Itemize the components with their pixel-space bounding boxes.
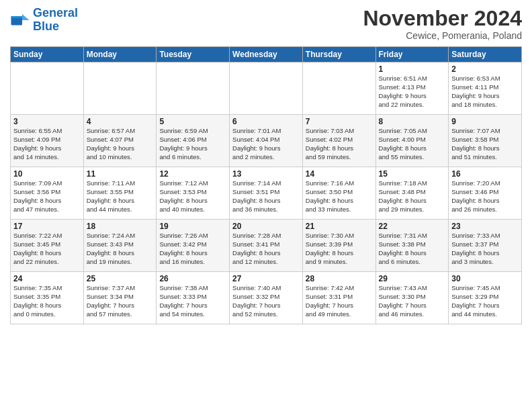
- day-number: 24: [13, 274, 81, 283]
- table-row: 22Sunrise: 7:31 AMSunset: 3:38 PMDayligh…: [375, 220, 449, 272]
- table-row: [157, 62, 230, 115]
- day-info: Sunrise: 7:12 AMSunset: 3:53 PMDaylight:…: [159, 179, 226, 214]
- day-info: Sunrise: 6:57 AMSunset: 4:07 PMDaylight:…: [87, 127, 154, 161]
- day-info: Sunrise: 7:31 AMSunset: 3:38 PMDaylight:…: [379, 232, 446, 266]
- table-row: 5Sunrise: 6:59 AMSunset: 4:06 PMDaylight…: [157, 115, 230, 167]
- table-row: 28Sunrise: 7:42 AMSunset: 3:31 PMDayligh…: [302, 272, 375, 324]
- day-info: Sunrise: 7:37 AMSunset: 3:34 PMDaylight:…: [87, 284, 154, 318]
- table-row: 8Sunrise: 7:05 AMSunset: 4:00 PMDaylight…: [375, 115, 449, 167]
- header-monday: Monday: [83, 47, 157, 62]
- table-row: 17Sunrise: 7:22 AMSunset: 3:45 PMDayligh…: [11, 220, 84, 272]
- page: General Blue November 2024 Cewice, Pomer…: [0, 0, 532, 411]
- table-row: [11, 62, 84, 115]
- day-info: Sunrise: 7:03 AMSunset: 4:02 PMDaylight:…: [306, 127, 373, 161]
- day-info: Sunrise: 7:05 AMSunset: 4:00 PMDaylight:…: [379, 127, 446, 161]
- title-area: November 2024 Cewice, Pomerania, Poland: [363, 7, 522, 41]
- day-number: 10: [13, 169, 81, 179]
- day-info: Sunrise: 7:38 AMSunset: 3:33 PMDaylight:…: [159, 284, 226, 318]
- table-row: 16Sunrise: 7:20 AMSunset: 3:46 PMDayligh…: [449, 167, 522, 220]
- day-number: 29: [379, 274, 446, 283]
- header: General Blue November 2024 Cewice, Pomer…: [10, 7, 522, 41]
- day-number: 28: [306, 274, 373, 283]
- calendar-week-row: 24Sunrise: 7:35 AMSunset: 3:35 PMDayligh…: [11, 272, 522, 324]
- day-number: 3: [13, 117, 81, 126]
- day-number: 18: [87, 222, 154, 231]
- day-number: 19: [159, 222, 226, 231]
- table-row: 20Sunrise: 7:28 AMSunset: 3:41 PMDayligh…: [230, 220, 303, 272]
- day-info: Sunrise: 7:11 AMSunset: 3:55 PMDaylight:…: [87, 179, 154, 214]
- day-number: 23: [451, 222, 519, 231]
- day-number: 26: [159, 274, 226, 283]
- table-row: 18Sunrise: 7:24 AMSunset: 3:43 PMDayligh…: [83, 220, 157, 272]
- day-number: 2: [451, 64, 519, 74]
- day-info: Sunrise: 7:35 AMSunset: 3:35 PMDaylight:…: [13, 284, 81, 318]
- day-number: 4: [87, 117, 154, 126]
- day-number: 13: [232, 169, 300, 179]
- table-row: 11Sunrise: 7:11 AMSunset: 3:55 PMDayligh…: [83, 167, 157, 220]
- day-number: 27: [232, 274, 300, 283]
- day-number: 16: [451, 169, 519, 179]
- logo-line1: General: [33, 6, 78, 19]
- table-row: [230, 62, 303, 115]
- table-row: 4Sunrise: 6:57 AMSunset: 4:07 PMDaylight…: [83, 115, 157, 167]
- table-row: 25Sunrise: 7:37 AMSunset: 3:34 PMDayligh…: [83, 272, 157, 324]
- day-number: 25: [87, 274, 154, 283]
- day-info: Sunrise: 6:53 AMSunset: 4:11 PMDaylight:…: [451, 75, 519, 109]
- logo-icon: [10, 10, 30, 30]
- table-row: 1Sunrise: 6:51 AMSunset: 4:13 PMDaylight…: [375, 62, 449, 115]
- day-number: 11: [87, 169, 154, 179]
- calendar: Sunday Monday Tuesday Wednesday Thursday…: [10, 46, 522, 324]
- calendar-week-row: 17Sunrise: 7:22 AMSunset: 3:45 PMDayligh…: [11, 220, 522, 272]
- header-wednesday: Wednesday: [230, 47, 303, 62]
- day-info: Sunrise: 7:09 AMSunset: 3:56 PMDaylight:…: [13, 179, 81, 214]
- table-row: [302, 62, 375, 115]
- day-info: Sunrise: 7:20 AMSunset: 3:46 PMDaylight:…: [451, 179, 519, 214]
- table-row: 21Sunrise: 7:30 AMSunset: 3:39 PMDayligh…: [302, 220, 375, 272]
- table-row: 23Sunrise: 7:33 AMSunset: 3:37 PMDayligh…: [449, 220, 522, 272]
- table-row: 2Sunrise: 6:53 AMSunset: 4:11 PMDaylight…: [449, 62, 522, 115]
- day-info: Sunrise: 7:43 AMSunset: 3:30 PMDaylight:…: [379, 284, 446, 318]
- calendar-header-row: Sunday Monday Tuesday Wednesday Thursday…: [11, 47, 522, 62]
- calendar-week-row: 3Sunrise: 6:55 AMSunset: 4:09 PMDaylight…: [11, 115, 522, 167]
- day-info: Sunrise: 7:33 AMSunset: 3:37 PMDaylight:…: [451, 232, 519, 266]
- day-info: Sunrise: 7:14 AMSunset: 3:51 PMDaylight:…: [232, 179, 300, 214]
- day-number: 30: [451, 274, 519, 283]
- day-info: Sunrise: 7:28 AMSunset: 3:41 PMDaylight:…: [232, 232, 300, 266]
- logo-line2: Blue: [33, 20, 78, 34]
- table-row: 6Sunrise: 7:01 AMSunset: 4:04 PMDaylight…: [230, 115, 303, 167]
- day-number: 7: [306, 117, 373, 126]
- table-row: 24Sunrise: 7:35 AMSunset: 3:35 PMDayligh…: [11, 272, 84, 324]
- day-info: Sunrise: 7:40 AMSunset: 3:32 PMDaylight:…: [232, 284, 300, 318]
- table-row: 14Sunrise: 7:16 AMSunset: 3:50 PMDayligh…: [302, 167, 375, 220]
- table-row: 30Sunrise: 7:45 AMSunset: 3:29 PMDayligh…: [449, 272, 522, 324]
- day-info: Sunrise: 7:16 AMSunset: 3:50 PMDaylight:…: [306, 179, 373, 214]
- logo: General Blue: [10, 7, 78, 34]
- day-number: 6: [232, 117, 300, 126]
- table-row: 26Sunrise: 7:38 AMSunset: 3:33 PMDayligh…: [157, 272, 230, 324]
- day-number: 14: [306, 169, 373, 179]
- table-row: 13Sunrise: 7:14 AMSunset: 3:51 PMDayligh…: [230, 167, 303, 220]
- table-row: 19Sunrise: 7:26 AMSunset: 3:42 PMDayligh…: [157, 220, 230, 272]
- day-info: Sunrise: 6:51 AMSunset: 4:13 PMDaylight:…: [379, 75, 446, 109]
- day-info: Sunrise: 7:24 AMSunset: 3:43 PMDaylight:…: [87, 232, 154, 266]
- day-number: 21: [306, 222, 373, 231]
- day-info: Sunrise: 7:45 AMSunset: 3:29 PMDaylight:…: [451, 284, 519, 318]
- calendar-week-row: 10Sunrise: 7:09 AMSunset: 3:56 PMDayligh…: [11, 167, 522, 220]
- table-row: 3Sunrise: 6:55 AMSunset: 4:09 PMDaylight…: [11, 115, 84, 167]
- header-tuesday: Tuesday: [157, 47, 230, 62]
- day-number: 8: [379, 117, 446, 126]
- logo-text: General Blue: [33, 7, 78, 34]
- table-row: 7Sunrise: 7:03 AMSunset: 4:02 PMDaylight…: [302, 115, 375, 167]
- table-row: 9Sunrise: 7:07 AMSunset: 3:58 PMDaylight…: [449, 115, 522, 167]
- calendar-week-row: 1Sunrise: 6:51 AMSunset: 4:13 PMDaylight…: [11, 62, 522, 115]
- day-info: Sunrise: 7:22 AMSunset: 3:45 PMDaylight:…: [13, 232, 81, 266]
- header-saturday: Saturday: [449, 47, 522, 62]
- header-sunday: Sunday: [11, 47, 84, 62]
- header-thursday: Thursday: [302, 47, 375, 62]
- day-info: Sunrise: 7:18 AMSunset: 3:48 PMDaylight:…: [379, 179, 446, 214]
- day-number: 22: [379, 222, 446, 231]
- day-number: 1: [379, 64, 446, 74]
- svg-rect-2: [11, 16, 23, 18]
- svg-marker-1: [22, 14, 30, 20]
- table-row: 29Sunrise: 7:43 AMSunset: 3:30 PMDayligh…: [375, 272, 449, 324]
